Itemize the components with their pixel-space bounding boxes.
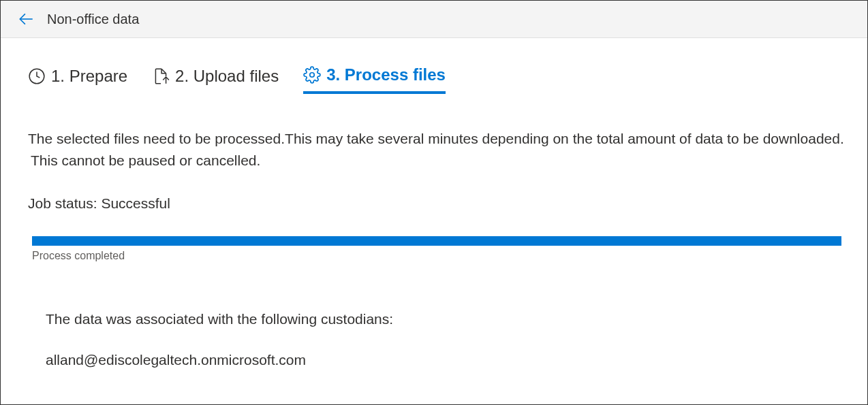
tab-label: 3. Process files (326, 65, 446, 84)
svg-point-5 (310, 73, 315, 78)
tab-prepare[interactable]: 1. Prepare (28, 65, 127, 94)
back-arrow-icon[interactable] (17, 10, 35, 28)
page-title: Non-office data (47, 12, 139, 27)
tab-process-files[interactable]: 3. Process files (303, 65, 446, 94)
page-header: Non-office data (1, 1, 867, 38)
progress-container: Process completed (32, 236, 841, 262)
clock-icon (28, 67, 46, 85)
custodians-section: The data was associated with the followi… (46, 311, 846, 368)
custodian-email: alland@ediscolegaltech.onmicrosoft.com (46, 352, 846, 368)
file-upload-icon (152, 67, 170, 85)
description-line2: This cannot be paused or cancelled. (31, 150, 846, 172)
svg-line-2 (161, 69, 166, 74)
tab-label: 2. Upload files (175, 67, 279, 86)
tab-label: 1. Prepare (51, 67, 127, 86)
progress-label: Process completed (32, 250, 841, 262)
job-status-label: Job status: (28, 195, 97, 211)
tab-upload-files[interactable]: 2. Upload files (152, 65, 279, 94)
job-status-value: Successful (101, 195, 170, 211)
description-line1: The selected files need to be processed.… (28, 128, 846, 150)
description-text: The selected files need to be processed.… (28, 128, 846, 171)
progress-bar (32, 236, 841, 246)
gear-icon (303, 66, 321, 84)
custodians-heading: The data was associated with the followi… (46, 311, 846, 327)
main-content: 1. Prepare 2. Upload files (1, 38, 867, 368)
job-status: Job status: Successful (28, 195, 846, 212)
tabs-container: 1. Prepare 2. Upload files (28, 65, 846, 94)
